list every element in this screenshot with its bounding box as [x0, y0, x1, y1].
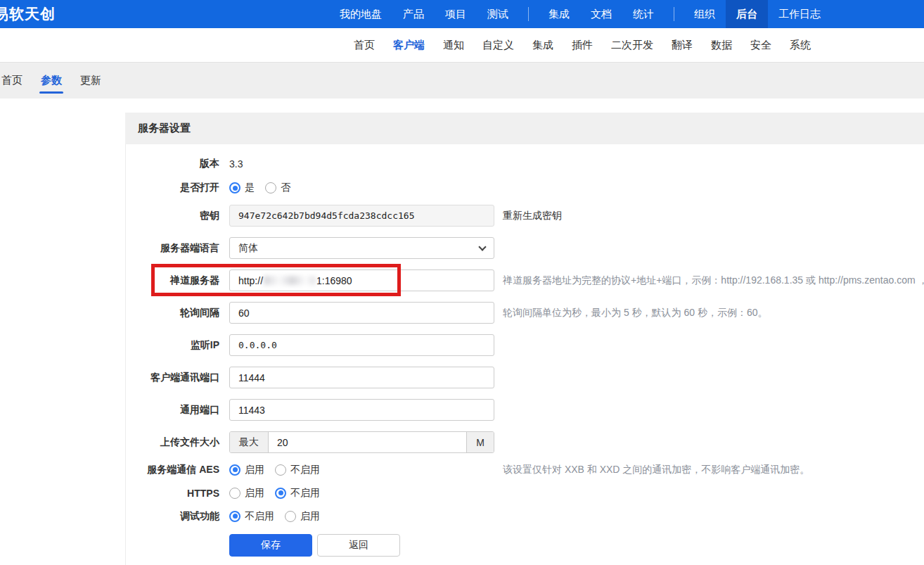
- server-language-value: 简体: [238, 242, 258, 255]
- panel-header: 服务器设置: [125, 113, 924, 144]
- radio-unchecked-icon[interactable]: [275, 464, 286, 476]
- debug-radio-group: 不启用 启用: [229, 510, 494, 523]
- panel-title: 服务器设置: [138, 122, 191, 135]
- top-menu-organization[interactable]: 组织: [684, 0, 726, 28]
- top-navigation-bar: 易软天创 我的地盘 产品 项目 测试 集成 文档 统计 组织 后台 工作日志: [0, 0, 924, 28]
- row-upload-size: 上传文件大小 最大 M: [126, 431, 924, 453]
- secret-key-label: 密钥: [126, 210, 219, 222]
- aes-disable-label: 不启用: [290, 464, 320, 476]
- https-enable-radio[interactable]: 启用: [229, 487, 264, 500]
- row-zentao-server: 禅道服务器 http:// 1:16980 禅道服务器地址为完整的协议+地址+端…: [126, 269, 924, 291]
- radio-checked-icon[interactable]: [229, 182, 240, 193]
- form-actions: 保存 返回: [229, 534, 924, 557]
- aes-enable-label: 启用: [245, 464, 264, 476]
- top-menu-project[interactable]: 项目: [435, 0, 477, 28]
- aes-enable-radio[interactable]: 启用: [229, 464, 264, 476]
- tab-update[interactable]: 更新: [71, 63, 110, 99]
- row-common-port: 通用端口: [126, 399, 924, 421]
- poll-interval-help: 轮询间隔单位为秒，最小为 5 秒，默认为 60 秒，示例：60。: [503, 307, 768, 319]
- debug-disable-radio[interactable]: 不启用: [229, 510, 274, 523]
- subnav-data[interactable]: 数据: [702, 39, 741, 52]
- subnav-security[interactable]: 安全: [741, 39, 781, 52]
- subnav-client[interactable]: 客户端: [384, 39, 434, 52]
- upload-size-unit: M: [466, 432, 494, 452]
- zentao-server-help: 禅道服务器地址为完整的协议+地址+端口，示例：http://192.168.1.…: [503, 274, 924, 287]
- chevron-down-icon: [478, 243, 486, 250]
- common-port-label: 通用端口: [126, 404, 219, 417]
- common-port-input[interactable]: [229, 399, 494, 421]
- row-server-language: 服务器端语言 简体: [126, 237, 924, 259]
- row-version: 版本 3.3: [126, 157, 924, 171]
- zentao-server-url-prefix: http://: [238, 275, 263, 286]
- enabled-label: 是否打开: [126, 182, 219, 194]
- top-menu-admin[interactable]: 后台: [726, 0, 768, 28]
- aes-help: 该设置仅针对 XXB 和 XXD 之间的通讯加密，不影响客户端通讯加密。: [503, 464, 809, 476]
- radio-unchecked-icon[interactable]: [285, 511, 296, 522]
- regenerate-key-link[interactable]: 重新生成密钥: [503, 210, 562, 222]
- subnav-custom[interactable]: 自定义: [473, 39, 523, 52]
- top-menu-stats[interactable]: 统计: [622, 0, 665, 28]
- poll-interval-input[interactable]: [229, 302, 494, 324]
- subnav-translate[interactable]: 翻译: [662, 39, 702, 52]
- top-menu-integration[interactable]: 集成: [538, 0, 580, 28]
- subnav-system[interactable]: 系统: [781, 39, 820, 52]
- row-https: HTTPS 启用 不启用: [126, 482, 924, 504]
- secret-key-input[interactable]: [229, 205, 494, 227]
- zentao-server-url-suffix: 1:16980: [316, 275, 352, 286]
- radio-unchecked-icon[interactable]: [265, 182, 276, 193]
- row-aes: 服务端通信 AES 启用 不启用 该设置仅针对 XXB 和 XXD 之间的通讯加…: [126, 459, 924, 481]
- admin-client-settings-page: { "colors": { "topbar_bg": "#1268e0", "t…: [0, 0, 924, 565]
- subnav-home[interactable]: 首页: [345, 39, 384, 52]
- https-enable-label: 启用: [245, 487, 264, 500]
- save-button[interactable]: 保存: [229, 534, 312, 557]
- upload-size-input[interactable]: [269, 432, 466, 452]
- https-disable-label: 不启用: [290, 487, 320, 500]
- aes-disable-radio[interactable]: 不启用: [275, 464, 320, 476]
- row-listen-ip: 监听IP: [126, 334, 924, 356]
- https-radio-group: 启用 不启用: [229, 487, 494, 500]
- top-menu-my-dashboard[interactable]: 我的地盘: [329, 0, 392, 28]
- zentao-server-label: 禅道服务器: [126, 274, 219, 287]
- top-menu-product[interactable]: 产品: [392, 0, 435, 28]
- server-language-label: 服务器端语言: [126, 242, 219, 255]
- zentao-server-input[interactable]: http:// 1:16980: [229, 269, 494, 291]
- top-menu: 我的地盘 产品 项目 测试 集成 文档 统计 组织 后台 工作日志: [329, 0, 831, 28]
- menu-divider: [674, 7, 674, 21]
- upload-size-label: 上传文件大小: [126, 436, 219, 449]
- tab-home-label: 首页: [1, 74, 23, 87]
- enabled-yes-radio[interactable]: 是: [229, 182, 255, 194]
- https-disable-radio[interactable]: 不启用: [275, 487, 320, 500]
- server-settings-panel: 服务器设置 版本 3.3 是否打开 是 否: [125, 113, 924, 565]
- subnav-notice[interactable]: 通知: [434, 39, 473, 52]
- tab-home[interactable]: 首页: [0, 63, 32, 99]
- subnav-integration[interactable]: 集成: [523, 39, 563, 52]
- top-menu-doc[interactable]: 文档: [580, 0, 622, 28]
- server-language-select[interactable]: 简体: [229, 237, 494, 259]
- enabled-radio-group: 是 否: [229, 182, 494, 194]
- tab-update-label: 更新: [80, 74, 101, 87]
- radio-checked-icon[interactable]: [229, 464, 240, 476]
- radio-checked-icon[interactable]: [275, 488, 286, 499]
- client-port-input[interactable]: [229, 367, 494, 388]
- top-menu-worklog[interactable]: 工作日志: [768, 0, 831, 28]
- enabled-no-radio[interactable]: 否: [265, 182, 290, 194]
- listen-ip-input[interactable]: [229, 334, 494, 356]
- back-button[interactable]: 返回: [317, 534, 400, 557]
- aes-label: 服务端通信 AES: [126, 464, 219, 476]
- top-menu-test[interactable]: 测试: [477, 0, 519, 28]
- panel-body: 版本 3.3 是否打开 是 否 密钥: [125, 144, 924, 565]
- debug-enable-radio[interactable]: 启用: [285, 510, 320, 523]
- subnav-dev[interactable]: 二次开发: [602, 39, 662, 52]
- version-value: 3.3: [229, 158, 243, 170]
- client-tab-bar: 首页 参数 更新: [0, 62, 924, 99]
- subnav-extension[interactable]: 插件: [563, 39, 602, 52]
- poll-interval-label: 轮询间隔: [126, 307, 219, 319]
- tab-params[interactable]: 参数: [32, 63, 71, 99]
- row-enabled: 是否打开 是 否: [126, 181, 924, 195]
- active-tab-underline: [39, 91, 63, 94]
- radio-checked-icon[interactable]: [229, 511, 240, 522]
- radio-unchecked-icon[interactable]: [229, 488, 240, 499]
- debug-enable-label: 启用: [300, 510, 320, 523]
- upload-size-prefix: 最大: [230, 432, 269, 452]
- enabled-no-label: 否: [281, 182, 290, 194]
